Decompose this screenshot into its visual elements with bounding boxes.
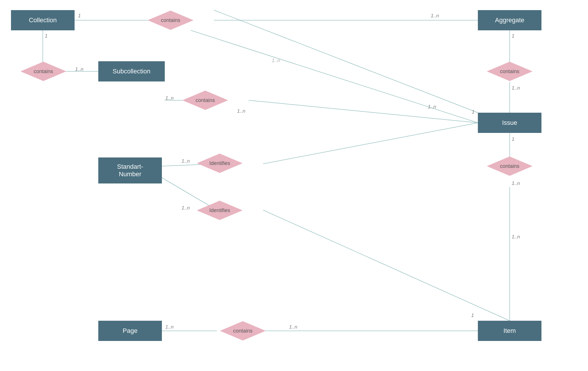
entity-item: Item (478, 321, 541, 341)
svg-line-13 (263, 123, 478, 164)
entity-collection: Collection (11, 10, 75, 30)
card-12: 1 (512, 136, 514, 142)
card-18: 1..n (165, 324, 173, 330)
card-6: 1..n (512, 85, 520, 91)
card-14: 1..n (182, 158, 190, 164)
card-9: 1..n (428, 104, 436, 110)
entity-issue: Issue (478, 113, 541, 133)
card-2: 1..n (431, 13, 439, 19)
entity-page: Page (98, 321, 162, 341)
card-8: 1..n (272, 58, 280, 64)
card-16: 1 (471, 313, 474, 318)
svg-line-9 (214, 10, 478, 113)
entity-aggregate: Aggregate (478, 10, 541, 30)
rel-identifies-bot: Identifies (194, 200, 246, 220)
card-3: 1 (45, 33, 47, 39)
card-11: 1 (472, 109, 474, 115)
card-19: 1..n (289, 324, 297, 330)
rel-contains-sub: contains (179, 90, 231, 110)
card-17: 1..n (512, 234, 520, 240)
entity-standart-number: Standart- Number (98, 157, 162, 183)
card-5: 1 (512, 33, 514, 39)
rel-contains-right: contains (484, 61, 536, 81)
card-1: 1 (78, 13, 81, 19)
card-15: 1..n (182, 205, 190, 211)
entity-subcollection: Subcollection (98, 61, 165, 81)
rel-contains-top: contains (145, 10, 197, 30)
er-diagram: Collection Aggregate Subcollection Issue… (0, 0, 588, 371)
rel-contains-left: contains (17, 61, 69, 81)
rel-contains-issue: contains (484, 156, 536, 176)
connector-lines (0, 0, 588, 371)
card-4: 1..n (75, 66, 83, 72)
card-13: 1..n (512, 181, 520, 186)
rel-identifies-top: Identifies (194, 153, 246, 173)
rel-contains-page: contains (217, 321, 269, 341)
card-7: 1..n (165, 95, 173, 101)
svg-line-15 (263, 210, 510, 321)
svg-line-8 (249, 100, 478, 123)
card-10: 1..n (237, 108, 245, 114)
